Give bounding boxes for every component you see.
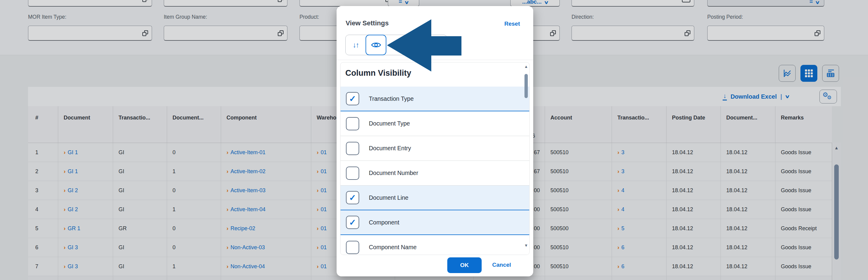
checkbox-unchecked[interactable] xyxy=(346,117,359,130)
ok-button[interactable]: OK xyxy=(447,257,482,273)
view-settings-dialog: View Settings Reset ↓↑ Column Visibility… xyxy=(337,6,533,276)
settings-tab-bar: ↓↑ xyxy=(345,35,447,55)
column-item-label: Component xyxy=(369,219,399,226)
checkmark-icon: ✓ xyxy=(349,218,356,227)
column-visibility-panel: Column Visibility ✓ Transaction Type Doc… xyxy=(340,62,530,255)
sort-tab[interactable]: ↓↑ xyxy=(346,35,366,55)
reset-button[interactable]: Reset xyxy=(504,21,520,27)
checkmark-icon: ✓ xyxy=(349,193,356,203)
dialog-list-scrollbar[interactable]: ▲ ▼ xyxy=(524,64,528,253)
column-item-document-number[interactable]: Document Number xyxy=(341,161,530,186)
column-item-document-type[interactable]: Document Type xyxy=(341,111,530,136)
eye-icon xyxy=(371,41,381,49)
column-item-label: Document Type xyxy=(369,120,410,127)
sort-icon: ↓↑ xyxy=(353,41,359,49)
column-item-transaction-type[interactable]: ✓ Transaction Type xyxy=(341,87,530,111)
column-item-label: Component Name xyxy=(369,244,416,251)
dialog-header-separator xyxy=(337,60,533,60)
column-item-component[interactable]: ✓ Component xyxy=(341,210,530,235)
checkbox-checked[interactable]: ✓ xyxy=(346,191,359,204)
column-item-document-entry[interactable]: Document Entry xyxy=(341,136,530,161)
column-item-document-line[interactable]: ✓ Document Line xyxy=(341,186,530,210)
scroll-down-icon[interactable]: ▼ xyxy=(524,243,528,248)
column-item-label: Document Number xyxy=(369,169,418,177)
checkbox-checked[interactable]: ✓ xyxy=(346,92,359,105)
checkbox-unchecked[interactable] xyxy=(346,166,359,180)
checkbox-unchecked[interactable] xyxy=(346,241,359,254)
dialog-title: View Settings xyxy=(346,19,389,27)
checkmark-icon: ✓ xyxy=(349,94,356,104)
column-visibility-tab[interactable] xyxy=(366,35,386,55)
column-item-label: Document Line xyxy=(369,194,408,201)
scrollbar-thumb[interactable] xyxy=(525,74,528,98)
column-item-label: Document Entry xyxy=(369,145,411,152)
checkbox-checked[interactable]: ✓ xyxy=(346,216,359,229)
cancel-button[interactable]: Cancel xyxy=(492,261,511,268)
column-visibility-title: Column Visibility xyxy=(345,68,411,78)
checkbox-unchecked[interactable] xyxy=(346,142,359,155)
column-item-component-name[interactable]: Component Name xyxy=(341,235,530,255)
scroll-up-icon[interactable]: ▲ xyxy=(524,64,528,69)
column-item-label: Transaction Type xyxy=(369,95,414,102)
app-window: =∨ ...abc...∨ ... =∨ MOR Item Type: Item… xyxy=(0,0,868,280)
